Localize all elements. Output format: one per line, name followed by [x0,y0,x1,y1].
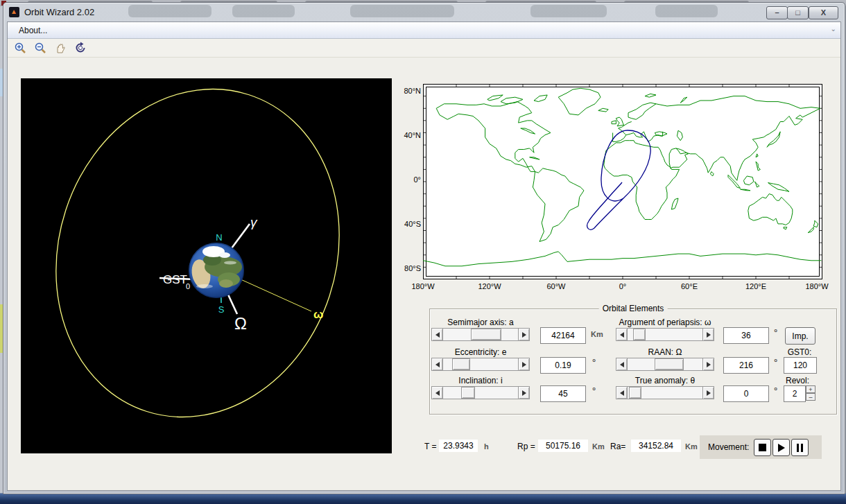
argp-label: Argument of periapsis: ω [613,318,717,327]
glass-reflection [655,5,718,17]
true-anomaly-unit: ° [774,385,777,396]
y-tick-label: 80°N [397,87,421,95]
vernal-equinox-label: γ [250,215,258,229]
figure-canvas: N S γ GST 0 Ω ω [8,58,839,489]
argp-input[interactable]: 36 [723,327,769,344]
map-frame-graticule [424,85,822,279]
x-tick-label: 120°E [739,282,773,290]
x-tick-label: 180°W [406,282,440,290]
glass-reflection [128,5,212,17]
play-button[interactable] [772,439,790,456]
figure-toolbar [8,39,840,58]
stop-icon [759,444,766,451]
gst-label-text: GST [163,273,187,286]
slider-right-arrow[interactable] [702,386,714,399]
y-tick-label: 40°S [397,220,421,228]
app-window: ▲ Orbit Wizard 2.02 – □ X About... ⌄ [3,2,845,494]
semimajor-label: Semimajor axis: a [429,318,533,327]
orbit-3d-view[interactable]: N S γ GST 0 Ω ω [21,78,392,453]
semimajor-slider[interactable] [431,328,530,341]
argp-slider[interactable] [616,328,714,341]
revol-increment-button[interactable]: + [806,385,815,393]
slider-left-arrow[interactable] [431,386,443,399]
semimajor-unit: Km [591,330,603,338]
slider-left-arrow[interactable] [431,358,443,371]
slider-thumb[interactable] [471,329,501,340]
pan-hand-icon[interactable] [53,41,67,55]
x-tick-label: 180°W [800,282,834,290]
revol-input[interactable]: 2 [784,385,806,402]
x-tick-label: 60°E [672,282,707,290]
apoapsis-radius-value: 34152.84 [631,440,681,452]
chevron-down-icon[interactable]: ⌄ [831,25,836,33]
periapsis-radius-label: Rp = [517,442,535,451]
zoom-out-icon[interactable] [33,41,47,55]
inclination-slider[interactable] [431,386,530,399]
revol-decrement-button[interactable]: – [806,393,815,401]
slider-right-arrow[interactable] [702,358,714,371]
raan-label: RAAN: Ω [613,347,717,357]
y-tick-label: 40°N [397,131,421,139]
window-client-area: About... ⌄ [7,21,841,491]
inclination-input[interactable]: 45 [540,385,586,402]
matlab-app-icon: ▲ [9,7,19,17]
true-anomaly-input[interactable]: 0 [723,385,769,402]
true-anomaly-slider[interactable] [616,386,714,399]
minimize-button[interactable]: – [766,6,788,19]
slider-left-arrow[interactable] [616,386,628,399]
period-value: 23.9343 [439,440,478,452]
movement-panel: Movement: [700,435,822,459]
x-tick-label: 60°W [539,282,573,290]
gst-subscript: 0 [186,282,190,290]
eccentricity-label: Eccentricity: e [429,347,533,357]
slider-thumb[interactable] [629,387,641,399]
periapsis-radius-unit: Km [592,442,605,451]
eccentricity-input[interactable]: 0.19 [540,357,586,374]
ground-track-map[interactable]: 80°N 40°N 0° 40°S 80°S 180°W 120°W 60°W … [417,82,833,290]
period-label: T = [424,442,436,451]
y-tick-label: 80°S [397,264,421,272]
slider-thumb[interactable] [452,358,470,370]
slider-right-arrow[interactable] [518,328,530,341]
apoapsis-radius-label: Ra= [610,442,625,451]
vernal-equinox-line [232,224,250,248]
periapsis-radius-value: 50175.16 [538,440,588,452]
raan-input[interactable]: 216 [723,357,769,374]
slider-left-arrow[interactable] [616,328,628,341]
eccentricity-unit: ° [592,357,596,367]
slider-right-arrow[interactable] [702,328,714,341]
slider-thumb[interactable] [655,358,684,370]
x-tick-label: 120°W [472,282,507,290]
slider-right-arrow[interactable] [518,386,530,399]
play-icon [778,444,785,452]
pause-button[interactable] [791,439,809,456]
gst0-input[interactable]: 120 [784,357,817,374]
argp-label: ω [313,308,323,321]
glass-reflection [350,5,454,17]
import-button[interactable]: Imp. [785,327,815,345]
eccentricity-slider[interactable] [431,358,530,371]
pause-icon [797,444,803,452]
slider-left-arrow[interactable] [616,358,628,371]
menu-item-about[interactable]: About... [16,25,50,36]
slider-thumb[interactable] [461,387,475,399]
taskbar [0,493,846,504]
raan-slider[interactable] [616,358,714,371]
coastlines [423,88,821,266]
apoapsis-radius-unit: Km [685,442,698,451]
stop-button[interactable] [754,439,771,456]
maximize-button[interactable]: □ [787,6,809,19]
raan-unit: ° [774,357,777,367]
menu-bar: About... ⌄ [8,22,840,39]
rotate-3d-icon[interactable] [74,41,87,55]
semimajor-input[interactable]: 42164 [540,327,586,344]
y-tick-label: 0° [397,175,421,184]
raan-line [228,295,237,314]
inclination-unit: ° [592,385,596,396]
slider-thumb[interactable] [633,329,646,340]
close-button[interactable]: X [809,6,838,19]
slider-left-arrow[interactable] [431,328,443,341]
slider-right-arrow[interactable] [518,358,530,371]
zoom-in-icon[interactable] [13,41,27,55]
title-bar[interactable]: ▲ Orbit Wizard 2.02 – □ X [3,3,845,21]
